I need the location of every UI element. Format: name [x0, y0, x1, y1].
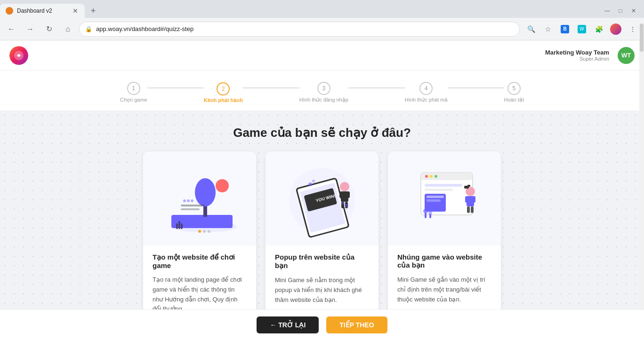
app-container: Marketing Woay Team Super Admin WT 1 Chọ… — [0, 40, 644, 340]
step-3-circle: 3 — [317, 82, 330, 95]
bottom-bar: ← TRỞ LẠI TIẾP THEO — [0, 309, 644, 340]
svg-rect-11 — [181, 208, 200, 210]
user-name: Marketing Woay Team — [545, 49, 609, 56]
user-avatar[interactable]: WT — [618, 47, 635, 64]
next-button[interactable]: TIẾP THEO — [326, 316, 387, 333]
svg-point-0 — [7, 8, 12, 13]
svg-rect-3 — [171, 215, 233, 228]
svg-point-37 — [430, 175, 433, 178]
url-text: app.woay.vn/dashboard#/quizz-step — [96, 25, 514, 32]
new-tab-button[interactable]: + — [87, 4, 100, 17]
search-icon[interactable]: 🔍 — [523, 22, 539, 37]
scrollbar-thumb[interactable] — [640, 24, 644, 52]
app-logo — [9, 46, 28, 65]
lock-icon: 🔒 — [85, 26, 92, 32]
illustration-popup: YOU WIN! — [275, 158, 369, 238]
maximize-button[interactable]: □ — [614, 4, 627, 17]
step-4-label: Hình thức phát mã — [405, 97, 448, 103]
active-tab[interactable]: Dashboard v2 ✕ — [0, 4, 85, 18]
step-1: 1 Chọn game — [120, 82, 147, 103]
svg-point-36 — [425, 175, 428, 178]
step-2: 2 Kênh phát hành — [204, 82, 243, 103]
svg-rect-43 — [427, 199, 441, 202]
step-3-label: Hình thức đăng nhập — [299, 97, 348, 103]
svg-point-53 — [428, 211, 432, 215]
svg-point-38 — [435, 175, 437, 178]
card-desc-website: Tạo ra một landing page để chơi game và … — [153, 275, 247, 314]
card-image-popup: YOU WIN! — [266, 151, 378, 245]
svg-point-8 — [187, 199, 190, 202]
app-header: Marketing Woay Team Super Admin WT — [0, 40, 644, 71]
close-window-button[interactable]: ✕ — [627, 4, 640, 17]
illustration-website — [153, 158, 247, 238]
back-button[interactable]: ← — [4, 22, 19, 37]
scrollbar[interactable] — [639, 23, 644, 340]
step-5-circle: 5 — [507, 82, 521, 95]
svg-rect-35 — [421, 173, 473, 180]
step-line-3 — [348, 87, 405, 88]
logo-circle — [9, 46, 28, 65]
card-title-popup: Popup trên website của bạn — [275, 253, 369, 270]
step-1-label: Chọn game — [120, 97, 147, 103]
card-image-website — [143, 151, 256, 245]
step-line-4 — [448, 87, 504, 88]
extension-icon-2[interactable]: W — [574, 22, 589, 37]
browser-chrome: Dashboard v2 ✕ + — □ ✕ ← → ↻ ⌂ 🔒 app.woa… — [0, 0, 644, 40]
tab-favicon — [6, 7, 13, 15]
main-content: Game của bạn sẽ chạy ở đâu? — [0, 111, 644, 340]
home-button[interactable]: ⌂ — [60, 22, 75, 37]
step-5-label: Hoàn tất — [504, 97, 524, 103]
svg-point-16 — [203, 230, 206, 233]
back-button[interactable]: ← TRỞ LẠI — [257, 316, 319, 333]
extension-icon-1[interactable]: B — [557, 22, 572, 37]
svg-rect-12 — [176, 223, 178, 229]
svg-rect-48 — [467, 206, 470, 213]
svg-rect-13 — [178, 221, 180, 229]
profile-avatar[interactable] — [608, 22, 623, 37]
svg-rect-10 — [181, 205, 204, 206]
svg-rect-55 — [467, 185, 470, 187]
menu-icon[interactable]: ⋮ — [625, 22, 640, 37]
tab-close-button[interactable]: ✕ — [72, 7, 79, 15]
svg-rect-47 — [473, 196, 475, 203]
illustration-embed — [397, 158, 491, 238]
svg-point-51 — [423, 209, 428, 213]
svg-rect-46 — [465, 196, 468, 203]
tab-bar: Dashboard v2 ✕ + — □ ✕ — [0, 0, 644, 18]
card-desc-popup: Mini Game sẽ nằm trong một popup và hiển… — [275, 276, 369, 305]
svg-rect-39 — [425, 184, 462, 187]
step-1-circle: 1 — [127, 82, 140, 95]
svg-rect-42 — [427, 196, 444, 198]
svg-point-24 — [340, 182, 349, 191]
svg-point-6 — [216, 179, 229, 192]
step-4-circle: 4 — [419, 82, 433, 95]
step-4: 4 Hình thức phát mã — [405, 82, 448, 103]
steps-container: 1 Chọn game 2 Kênh phát hành 3 Hình thức… — [0, 71, 644, 111]
refresh-button[interactable]: ↻ — [41, 22, 56, 37]
url-bar[interactable]: 🔒 app.woay.vn/dashboard#/quizz-step — [79, 22, 520, 37]
minimize-button[interactable]: — — [601, 4, 614, 17]
step-line-1 — [147, 87, 204, 88]
user-role: Super Admin — [545, 56, 609, 62]
svg-point-9 — [191, 199, 193, 202]
svg-rect-40 — [425, 189, 453, 191]
svg-point-31 — [312, 180, 315, 182]
svg-point-33 — [345, 204, 348, 207]
extensions-icon[interactable]: 🧩 — [591, 22, 606, 37]
tab-title: Dashboard v2 — [17, 8, 68, 14]
card-title-website: Tạo một website để chơi game — [153, 253, 247, 269]
svg-rect-14 — [181, 223, 183, 229]
user-info: Marketing Woay Team Super Admin — [545, 49, 609, 62]
card-image-embed — [388, 151, 501, 245]
step-line-2 — [243, 87, 299, 88]
window-controls: — □ ✕ — [601, 4, 644, 17]
bookmark-icon[interactable]: ☆ — [540, 22, 555, 37]
address-bar: ← → ↻ ⌂ 🔒 app.woay.vn/dashboard#/quizz-s… — [0, 18, 644, 40]
svg-point-32 — [342, 202, 345, 205]
forward-button[interactable]: → — [23, 22, 38, 37]
step-2-label: Kênh phát hành — [204, 97, 243, 103]
page-heading: Game của bạn sẽ chạy ở đâu? — [0, 111, 644, 151]
step-5: 5 Hoàn tất — [504, 82, 524, 103]
header-right: Marketing Woay Team Super Admin WT — [545, 47, 635, 64]
svg-rect-27 — [347, 191, 350, 198]
